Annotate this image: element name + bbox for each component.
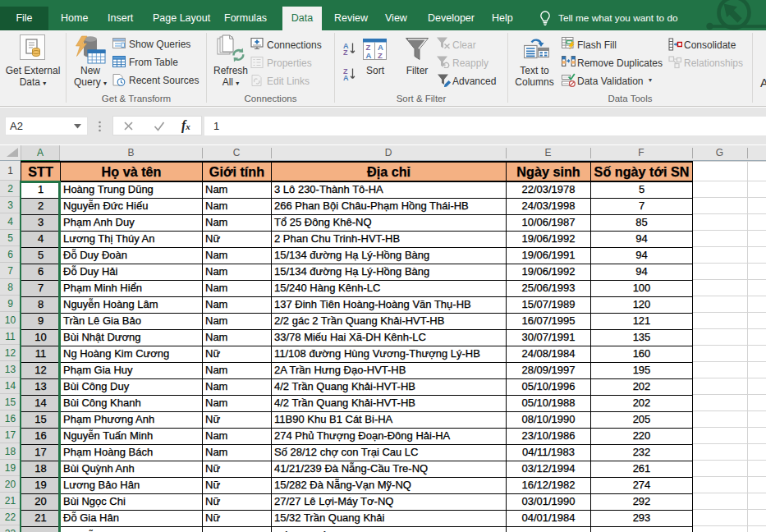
- svg-text:Z: Z: [378, 51, 383, 60]
- svg-text:Z: Z: [343, 48, 348, 56]
- svg-text:A: A: [366, 51, 372, 60]
- svg-text:A: A: [343, 74, 349, 81]
